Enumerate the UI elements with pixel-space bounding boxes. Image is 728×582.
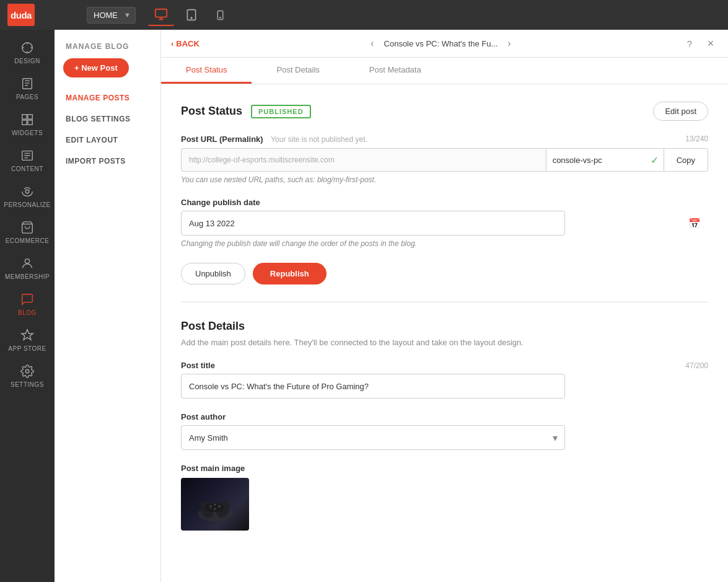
post-title-label: Post title (181, 361, 215, 370)
tablet-device-btn[interactable] (179, 5, 204, 25)
new-post-button[interactable]: + New Post (63, 58, 129, 77)
edit-post-button[interactable]: Edit post (653, 102, 708, 121)
post-details-description: Add the main post details here. They'll … (181, 338, 708, 347)
sidebar-item-content[interactable]: CONTENT (0, 143, 55, 177)
post-image-label-row: Post main image (181, 464, 708, 473)
desktop-device-btn[interactable] (148, 4, 174, 26)
next-post-arrow[interactable]: › (504, 37, 514, 50)
url-base-input (181, 148, 546, 172)
top-nav: duda HOME ▼ (0, 0, 728, 30)
post-image-inner (181, 478, 249, 531)
tab-post-metadata[interactable]: Post Metadata (344, 58, 446, 84)
url-field-group: Post URL (Permalink) Your site is not pu… (181, 133, 708, 184)
svg-rect-7 (22, 115, 27, 119)
blog-settings-nav[interactable]: BLOG SETTINGS (55, 108, 160, 130)
svg-point-21 (214, 503, 216, 505)
post-details-title: Post Details (181, 320, 708, 333)
post-nav: ‹ Console vs PC: What's the Fu... › (367, 37, 514, 50)
edit-layout-nav[interactable]: EDIT LAYOUT (55, 130, 160, 151)
svg-rect-6 (23, 79, 32, 89)
post-title-preview: Console vs PC: What's the Fu... (384, 39, 498, 48)
panel-help-area: ? × (682, 36, 718, 51)
copy-url-button[interactable]: Copy (664, 148, 708, 172)
sidebar-item-settings[interactable]: SETTINGS (0, 358, 55, 393)
main-panel: ‹ BACK ‹ Console vs PC: What's the Fu...… (161, 30, 728, 582)
help-icon[interactable]: ? (682, 36, 697, 51)
sidebar-item-membership[interactable]: MEMBERSHIP (0, 250, 55, 285)
post-main-image[interactable] (181, 478, 249, 531)
form-area: Post Status PUBLISHED Edit post Post URL… (161, 84, 728, 582)
svg-point-13 (25, 259, 29, 263)
svg-point-4 (220, 17, 221, 18)
url-label: Post URL (Permalink) (181, 134, 263, 144)
svg-rect-0 (156, 9, 167, 17)
post-author-group: Post author Amy Smith John Doe Admin ▾ (181, 412, 708, 450)
post-title-label-row: Post title 47/200 (181, 361, 708, 370)
svg-rect-8 (28, 115, 32, 119)
tab-post-details[interactable]: Post Details (252, 58, 344, 84)
back-chevron: ‹ (171, 39, 173, 48)
left-sidebar: DESIGN PAGES WIDGETS CONTENT PERSONALIZE… (0, 30, 55, 582)
close-icon[interactable]: × (703, 36, 718, 51)
sidebar-item-widgets[interactable]: WIDGETS (0, 107, 55, 141)
post-image-group: Post main image (181, 464, 708, 531)
sidebar-item-ecommerce[interactable]: ECOMMERCE (0, 214, 55, 249)
prev-post-arrow[interactable]: ‹ (367, 37, 377, 50)
back-link[interactable]: ‹ BACK (171, 39, 200, 48)
calendar-icon: 📅 (688, 218, 701, 229)
svg-rect-9 (22, 120, 27, 125)
url-counter: 13/240 (685, 134, 708, 143)
post-author-select[interactable]: Amy Smith John Doe Admin (181, 425, 565, 450)
mobile-device-btn[interactable] (209, 6, 232, 24)
post-details-section: Post Details Add the main post details h… (181, 320, 708, 531)
url-label-row: Post URL (Permalink) Your site is not pu… (181, 133, 708, 144)
publish-date-group: Change publish date 📅 Changing the publi… (181, 198, 708, 248)
url-slug-input[interactable] (546, 148, 664, 172)
sidebar-item-app-store[interactable]: APP STORE (0, 322, 55, 357)
post-status-title: Post Status PUBLISHED (181, 105, 311, 118)
logo: duda (7, 4, 35, 26)
sidebar-item-design[interactable]: DESIGN (0, 35, 55, 69)
url-note: You can use nested URL paths, such as: b… (181, 175, 708, 184)
section-divider (181, 302, 708, 302)
svg-rect-10 (28, 120, 32, 125)
page-select[interactable]: HOME (87, 7, 136, 24)
post-status-header: Post Status PUBLISHED Edit post (181, 102, 708, 121)
tabs-bar: Post Status Post Details Post Metadata (161, 58, 728, 84)
date-label-row: Change publish date (181, 198, 708, 207)
manage-posts-nav[interactable]: MANAGE POSTS (55, 87, 160, 108)
device-icons (148, 4, 232, 26)
publish-date-label: Change publish date (181, 198, 260, 207)
republish-button[interactable]: Republish (253, 263, 327, 284)
svg-point-14 (25, 369, 29, 373)
post-title-counter: 47/200 (685, 361, 708, 370)
post-author-label: Post author (181, 412, 226, 421)
tab-post-status[interactable]: Post Status (161, 58, 252, 84)
import-posts-nav[interactable]: IMPORT POSTS (55, 151, 160, 172)
action-buttons: Unpublish Republish (181, 263, 708, 284)
secondary-sidebar: MANAGE BLOG + New Post MANAGE POSTS BLOG… (55, 30, 161, 582)
date-note: Changing the publish date will change th… (181, 239, 708, 248)
svg-point-22 (214, 508, 216, 509)
svg-point-12 (25, 190, 29, 193)
post-title-input[interactable] (181, 374, 565, 399)
date-field-wrapper: 📅 (181, 211, 708, 236)
gaming-image-svg (193, 486, 237, 523)
svg-point-19 (209, 505, 212, 508)
published-badge: PUBLISHED (251, 105, 311, 118)
post-image-label: Post main image (181, 464, 245, 473)
svg-point-2 (191, 17, 192, 19)
post-author-label-row: Post author (181, 412, 708, 421)
url-hint: Your site is not published yet. (271, 135, 367, 144)
unpublish-button[interactable]: Unpublish (181, 263, 245, 284)
post-author-select-wrapper: Amy Smith John Doe Admin ▾ (181, 425, 565, 450)
manage-blog-title: MANAGE BLOG (55, 37, 160, 58)
post-title-group: Post title 47/200 (181, 361, 708, 399)
sidebar-item-blog[interactable]: BLOG (0, 286, 55, 321)
sidebar-item-personalize[interactable]: PERSONALIZE (0, 179, 55, 213)
url-field-row: ✓ Copy (181, 148, 708, 172)
panel-header: ‹ BACK ‹ Console vs PC: What's the Fu...… (161, 30, 728, 58)
sidebar-item-pages[interactable]: PAGES (0, 71, 55, 105)
url-slug-wrapper: ✓ (546, 148, 664, 172)
publish-date-input[interactable] (181, 211, 565, 236)
